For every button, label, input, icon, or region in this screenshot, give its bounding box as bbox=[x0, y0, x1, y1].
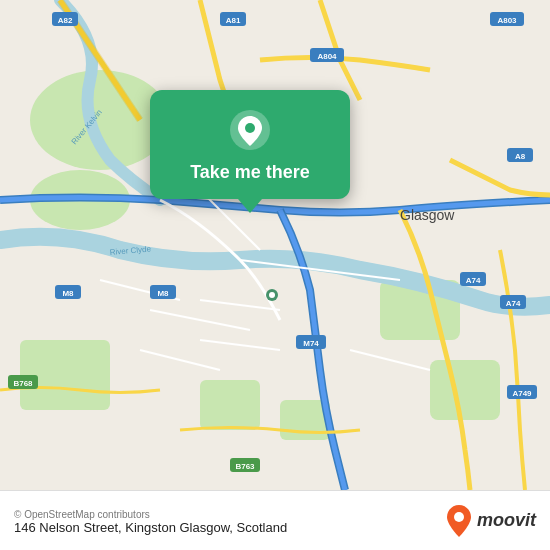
osm-attribution: © OpenStreetMap contributors bbox=[14, 509, 287, 520]
svg-text:A803: A803 bbox=[497, 16, 517, 25]
bottom-info-bar: © OpenStreetMap contributors 146 Nelson … bbox=[0, 490, 550, 550]
svg-text:M8: M8 bbox=[62, 289, 74, 298]
moovit-brand-text: moovit bbox=[477, 510, 536, 531]
svg-text:A82: A82 bbox=[58, 16, 73, 25]
svg-point-40 bbox=[245, 123, 255, 133]
map-view: River Kelvin River Clyde bbox=[0, 0, 550, 490]
svg-rect-4 bbox=[430, 360, 500, 420]
moovit-pin-icon bbox=[445, 504, 473, 538]
svg-text:M8: M8 bbox=[157, 289, 169, 298]
address-section: © OpenStreetMap contributors 146 Nelson … bbox=[14, 507, 287, 535]
svg-point-41 bbox=[454, 512, 464, 522]
svg-text:A74: A74 bbox=[506, 299, 521, 308]
svg-text:B768: B768 bbox=[13, 379, 33, 388]
svg-text:B763: B763 bbox=[235, 462, 255, 471]
svg-text:A81: A81 bbox=[226, 16, 241, 25]
svg-text:A804: A804 bbox=[317, 52, 337, 61]
cta-label: Take me there bbox=[190, 162, 310, 183]
svg-text:A74: A74 bbox=[466, 276, 481, 285]
svg-text:M74: M74 bbox=[303, 339, 319, 348]
location-pin-icon bbox=[228, 108, 272, 152]
svg-text:Glasgow: Glasgow bbox=[400, 207, 455, 223]
moovit-logo: moovit bbox=[445, 504, 536, 538]
svg-point-38 bbox=[269, 292, 275, 298]
address-label: 146 Nelson Street, Kingston Glasgow, Sco… bbox=[14, 520, 287, 535]
take-me-there-popup[interactable]: Take me there bbox=[150, 90, 350, 199]
svg-text:A8: A8 bbox=[515, 152, 526, 161]
svg-text:A749: A749 bbox=[512, 389, 532, 398]
svg-rect-6 bbox=[200, 380, 260, 430]
